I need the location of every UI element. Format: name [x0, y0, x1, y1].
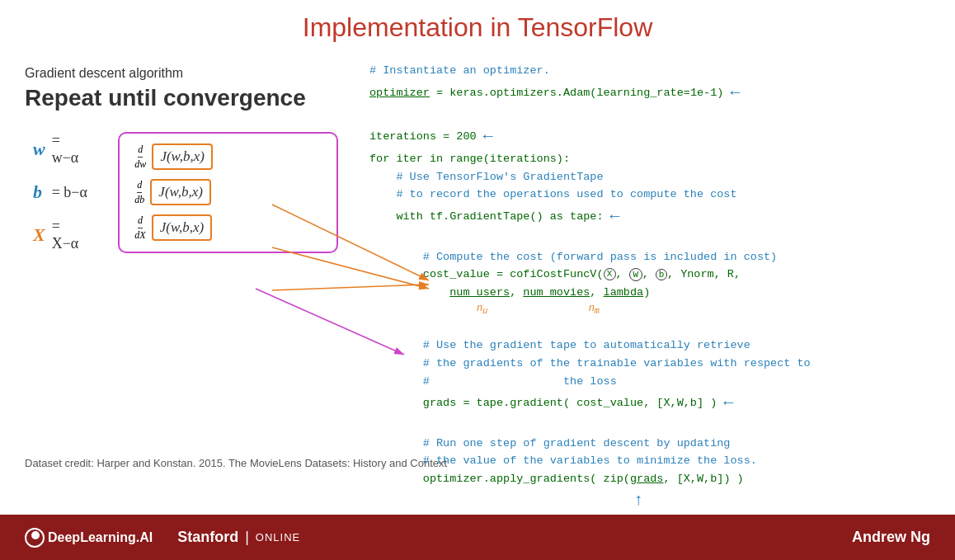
code-comment-3: # to record the operations used to compu…	[369, 188, 737, 200]
code-comment-2: # Use TensorFlow's GradientTape	[369, 171, 604, 183]
equations-box: d dw J(w,b,x) d db J(w,b,x)	[118, 132, 338, 253]
footer: DeepLearning.AI Stanford | ONLINE Andrew…	[0, 515, 955, 560]
arrow-optimizer: ←	[730, 80, 740, 106]
code-line-optimizer: optimizer = keras.optimizers.Adam(learni…	[369, 84, 723, 102]
code-comment-8: # Run one step of gradient descent by up…	[369, 437, 730, 449]
footer-author: Andrew Ng	[852, 529, 930, 546]
main-content: Implementation in TensorFlow Gradient de…	[0, 0, 955, 515]
code-grads: grads = tape.gradient( cost_value, [X,W,…	[369, 394, 717, 412]
code-for: for iter in range(iterations):	[369, 153, 570, 165]
repeat-label: Repeat until convergence	[25, 85, 338, 111]
footer-online-label: ONLINE	[252, 531, 300, 544]
footer-logo: DeepLearning.AI	[25, 528, 153, 548]
arrow-apply-up: ↑	[369, 487, 930, 514]
j-w-box: J(w,b,x)	[152, 144, 213, 170]
dataset-credit: Dataset credit: Harper and Konstan. 2015…	[25, 457, 447, 469]
code-comment-1: # Instantiate an optimizer.	[369, 64, 550, 77]
code-with: with tf.GradientTape() as tape:	[369, 208, 604, 226]
code-comment-4: # Compute the cost (forward pass is incl…	[369, 251, 777, 263]
page-title: Implementation in TensorFlow	[25, 8, 930, 43]
code-cost-value: cost_value = cofiCostFuncV(X, W, b, Ynor…	[369, 266, 930, 284]
gradient-label: Gradient descent algorithm	[25, 66, 338, 81]
code-block: # Instantiate an optimizer. optimizer = …	[369, 62, 930, 514]
left-panel: Gradient descent algorithm Repeat until …	[25, 66, 338, 256]
code-comment-5: # Use the gradient tape to automatically…	[369, 339, 750, 351]
code-apply-gradients: optimizer.apply_gradients( zip(grads, [X…	[369, 470, 930, 488]
arrow-iterations: ←	[483, 124, 493, 150]
code-comment-7: # the loss	[369, 375, 617, 388]
code-comment-6: # the gradients of the trainable variabl…	[369, 357, 811, 369]
j-x-box: J(w,b,x)	[152, 214, 213, 241]
j-b-box: J(w,b,x)	[150, 179, 211, 205]
right-panel: # Instantiate an optimizer. optimizer = …	[369, 62, 930, 514]
arrow-grads: ←	[723, 390, 733, 416]
deeplearning-icon	[25, 528, 45, 548]
footer-brand: DeepLearning.AI	[48, 530, 153, 545]
footer-stanford: Stanford | ONLINE	[177, 529, 300, 546]
code-params: num_users, num_movies, lambda) nu nm	[369, 284, 930, 319]
footer-stanford-name: Stanford	[177, 529, 238, 546]
arrow-tape: ←	[610, 204, 620, 230]
code-iterations: iterations = 200	[369, 128, 477, 146]
